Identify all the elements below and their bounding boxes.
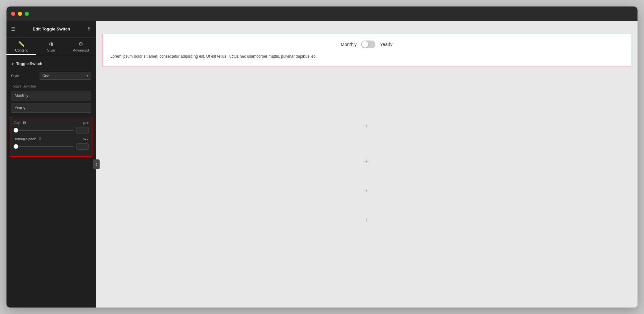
gap-unit-label: px [83,121,86,125]
bottom-space-unit-dropdown[interactable]: px ▾ [83,137,89,141]
bottom-space-header: Bottom Space 🖥 px ▾ [14,137,89,141]
app-window: ☰ Edit Toggle Switch ⠿ ✏️ Content ◑ Styl… [6,6,638,308]
yearly-input[interactable] [11,103,91,113]
canvas-area: Monthly Yearly Lorem ipsum dolor sit ame… [96,21,638,308]
bottom-space-label: Bottom Space [14,137,36,141]
toggle-knob [362,41,368,48]
widget-body-text: Lorem ipsum dolor sit amet, consectetur … [110,53,623,60]
gear-icon: ⚙ [79,41,83,47]
minimize-button[interactable] [18,12,22,16]
style-field-row: Style One Two Three [6,69,96,82]
bottom-space-control-row [14,143,89,150]
tab-advanced-label: Advanced [73,48,89,52]
collapse-sidebar-arrow[interactable]: ❮ [93,159,100,169]
sidebar-header: ☰ Edit Toggle Switch ⠿ [6,21,96,38]
style-select-wrapper[interactable]: One Two Three [40,72,91,80]
gap-value-input[interactable] [76,127,89,134]
close-button[interactable] [11,12,15,16]
style-select[interactable]: One Two Three [40,72,91,80]
grid-icon[interactable]: ⠿ [87,26,91,32]
section-toggle-switch[interactable]: ▼ Toggle Switch [6,58,96,69]
monitor-icon-bottom-space: 🖥 [38,137,42,141]
gap-slider-track[interactable] [14,130,74,131]
bottom-space-slider-track[interactable] [14,146,74,147]
add-section-button-2[interactable]: + [362,157,371,167]
sidebar-tabs: ✏️ Content ◑ Style ⚙ Advanced [6,38,96,55]
bottom-space-slider-thumb[interactable] [14,144,18,149]
gap-header: Gap 🖥 px ▾ [14,121,89,125]
monthly-input[interactable] [11,91,91,100]
bottom-space-chevron-icon: ▾ [87,137,89,141]
title-bar [6,6,638,21]
main-canvas: Monthly Yearly Lorem ipsum dolor sit ame… [96,21,638,308]
tab-content[interactable]: ✏️ Content [6,38,36,55]
section-title: Toggle Switch [16,62,42,66]
sidebar-title: Edit Toggle Switch [33,27,70,31]
collapse-arrow-icon: ❮ [95,162,98,166]
gap-unit-dropdown[interactable]: px ▾ [83,121,89,125]
section-arrow-icon: ▼ [11,62,14,66]
pencil-icon: ✏️ [18,41,25,47]
add-section-button-4[interactable]: + [362,215,371,225]
toggle-monthly-label: Monthly [341,42,357,47]
style-label: Style [11,74,37,78]
add-section-button-3[interactable]: + [362,186,371,196]
toggle-widget: Monthly Yearly Lorem ipsum dolor sit ame… [102,34,631,66]
bottom-space-slider-row: Bottom Space 🖥 px ▾ [14,137,89,150]
style-icon: ◑ [49,41,54,47]
window-body: ☰ Edit Toggle Switch ⠿ ✏️ Content ◑ Styl… [6,21,638,308]
gap-chevron-icon: ▾ [87,121,89,125]
add-section-button-1[interactable]: + [362,121,371,131]
toggle-switch-control[interactable] [361,41,375,48]
gap-bottom-space-section: Gap 🖥 px ▾ [10,117,92,157]
fullscreen-button[interactable] [25,12,29,16]
widget-container: Monthly Yearly Lorem ipsum dolor sit ame… [102,34,631,66]
gap-control-row [14,127,89,134]
bottom-space-label-group: Bottom Space 🖥 [14,137,42,141]
gap-label-group: Gap 🖥 [14,121,26,125]
monitor-icon-gap: 🖥 [22,121,26,125]
tab-style-label: Style [47,48,55,52]
sidebar-content: ▼ Toggle Switch Style One Two Three [6,55,96,308]
hamburger-icon[interactable]: ☰ [11,26,16,32]
toggle-header: Monthly Yearly [110,41,623,48]
tab-style[interactable]: ◑ Style [36,38,66,55]
tab-advanced[interactable]: ⚙ Advanced [66,38,96,55]
gap-label: Gap [14,121,20,125]
toggle-switcher-label: Toggle Switcher [6,82,96,89]
gap-slider-thumb[interactable] [14,128,18,133]
tab-content-label: Content [15,48,28,52]
sidebar: ☰ Edit Toggle Switch ⠿ ✏️ Content ◑ Styl… [6,21,96,308]
bottom-space-unit-label: px [83,137,86,141]
toggle-yearly-label: Yearly [380,42,392,47]
bottom-space-value-input[interactable] [76,143,89,150]
gap-slider-row: Gap 🖥 px ▾ [14,121,89,134]
